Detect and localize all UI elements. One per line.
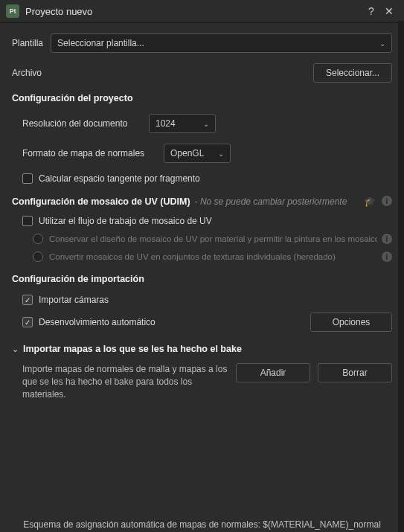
use-udim-checkbox[interactable] xyxy=(22,216,33,226)
udim-convert-radio xyxy=(33,251,43,262)
udim-convert-label: Convertir mosaicos de UV en conjuntos de… xyxy=(49,252,377,261)
template-select-value: Seleccionar plantilla... xyxy=(57,38,144,48)
dialog-content: Plantilla Seleccionar plantilla... ⌄ Arc… xyxy=(0,23,404,532)
chevron-down-icon: ⌄ xyxy=(12,344,19,354)
file-select-button[interactable]: Seleccionar... xyxy=(313,63,392,83)
graduation-icon[interactable]: 🎓 xyxy=(364,196,376,207)
resolution-select[interactable]: 1024 ⌄ xyxy=(149,114,216,133)
project-config-head: Configuración del proyecto xyxy=(12,93,392,103)
bake-head: Importar mapas a los que se les ha hecho… xyxy=(23,344,242,354)
use-udim-label: Utilizar el flujo de trabajo de mosaico … xyxy=(39,216,212,226)
scrollbar-track[interactable] xyxy=(398,21,404,532)
resolution-label: Resolución del documento xyxy=(22,118,149,129)
template-label: Plantilla xyxy=(12,38,43,48)
info-icon[interactable]: i xyxy=(382,196,392,206)
titlebar: Pt Proyecto nuevo ? ✕ xyxy=(0,0,404,23)
app-icon: Pt xyxy=(6,4,19,18)
normals-format-value: OpenGL xyxy=(170,148,204,158)
chevron-down-icon: ⌄ xyxy=(379,39,385,48)
tangent-checkbox[interactable] xyxy=(22,173,33,184)
chevron-down-icon: ⌄ xyxy=(218,150,224,158)
info-icon[interactable]: i xyxy=(382,234,392,244)
add-button[interactable]: Añadir xyxy=(236,363,310,382)
auto-unwrap-label: Desenvolvimiento automático xyxy=(39,317,310,327)
udim-preserve-label: Conservar el diseño de mosaico de UV por… xyxy=(49,234,377,243)
import-cameras-checkbox[interactable] xyxy=(22,295,33,305)
footer-schema-text: Esquema de asignación automática de mapa… xyxy=(12,519,392,530)
close-button[interactable]: ✕ xyxy=(380,5,398,17)
udim-preserve-radio xyxy=(33,234,43,244)
info-icon[interactable]: i xyxy=(382,251,392,262)
auto-unwrap-checkbox[interactable] xyxy=(22,317,33,327)
template-select[interactable]: Seleccionar plantilla... ⌄ xyxy=(51,33,392,53)
udim-head: Configuración de mosaico de UV (UDIM) xyxy=(12,196,190,207)
import-config-head: Configuración de importación xyxy=(12,274,392,284)
bake-section-toggle[interactable]: ⌄ Importar mapas a los que se les ha hec… xyxy=(12,344,392,354)
normals-format-select[interactable]: OpenGL ⌄ xyxy=(164,144,231,163)
normals-format-label: Formato de mapa de normales xyxy=(22,148,164,158)
udim-note: - No se puede cambiar posteriormente xyxy=(195,196,347,207)
clear-button[interactable]: Borrar xyxy=(318,363,392,382)
resolution-value: 1024 xyxy=(155,118,176,129)
window-title: Proyecto nuevo xyxy=(25,6,362,17)
tangent-label: Calcular espacio tangente por fragmento xyxy=(39,173,200,184)
import-cameras-label: Importar cámaras xyxy=(39,295,109,305)
options-button[interactable]: Opciones xyxy=(310,313,392,332)
chevron-down-icon: ⌄ xyxy=(203,120,209,128)
file-label: Archivo xyxy=(12,68,42,78)
bake-description: Importe mapas de normales de malla y map… xyxy=(22,363,228,400)
help-button[interactable]: ? xyxy=(362,5,380,17)
